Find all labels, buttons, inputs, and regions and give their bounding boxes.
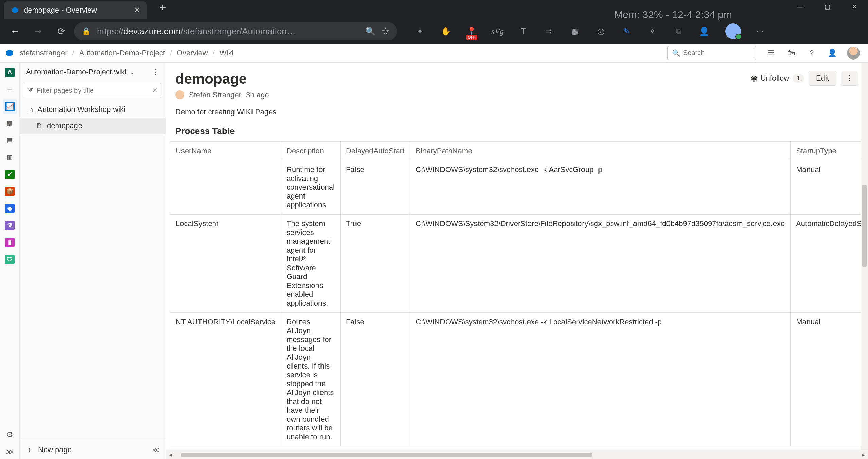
shopping-bag-icon[interactable]: 🛍 xyxy=(786,48,797,58)
clear-filter-icon[interactable]: ✕ xyxy=(152,86,158,95)
tree-item-label: Automation Workshop wiki xyxy=(37,105,125,114)
nav-repos[interactable]: ▤ xyxy=(3,133,17,148)
filter-box[interactable]: ⧩ ✕ xyxy=(24,83,161,98)
breadcrumb-separator: / xyxy=(213,49,215,57)
page-meta: Stefan Stranger 3h ago xyxy=(166,90,868,104)
collections-icon[interactable]: ✧ xyxy=(646,24,659,38)
nav-boards[interactable]: ▦ xyxy=(3,116,17,131)
extension-icon[interactable]: ◎ xyxy=(594,24,608,38)
address-bar[interactable]: 🔒 https://dev.azure.com/stefanstranger/A… xyxy=(74,22,397,40)
azure-devops-app: stefanstranger / Automation-Demo-Project… xyxy=(0,44,868,459)
tree-item-root[interactable]: ⌂ Automation Workshop wiki xyxy=(20,101,166,118)
more-menu-icon[interactable]: ⋯ xyxy=(753,24,767,38)
search-icon: 🔍 xyxy=(672,49,680,57)
maximize-button[interactable]: ▢ xyxy=(814,0,841,14)
scroll-track[interactable] xyxy=(175,453,859,457)
breadcrumb-separator: / xyxy=(170,49,172,57)
vertical-nav: A ＋ 📈 ▦ ▤ ▥ ✔ 📦 ◆ ⚗ ▮ 🛡 ⚙ ≫ xyxy=(0,63,20,459)
search-input[interactable] xyxy=(683,49,751,57)
extension-icon[interactable]: ✦ xyxy=(413,24,427,38)
adblock-icon[interactable]: ✋ xyxy=(439,24,453,38)
cell-startup: AutomaticDelayedStart xyxy=(791,215,868,313)
browser-tab[interactable]: demopage - Overview ✕ xyxy=(4,1,147,19)
tab-strip: demopage - Overview ✕ ＋ Mem: 32% - 12-4 … xyxy=(0,0,868,19)
wiki-selector[interactable]: Automation-Demo-Project.wiki ⌄ ⋮ xyxy=(20,63,166,82)
home-icon: ⌂ xyxy=(29,106,33,114)
add-to-collection-icon[interactable]: ⧉ xyxy=(672,24,685,38)
breadcrumb-item[interactable]: stefanstranger xyxy=(20,49,68,57)
expand-nav-icon[interactable]: ≫ xyxy=(3,445,17,459)
col-binarypath: BinaryPathName xyxy=(410,142,791,160)
nav-overview[interactable]: 📈 xyxy=(3,99,17,114)
minimize-button[interactable]: — xyxy=(786,0,814,14)
author-avatar xyxy=(175,90,184,99)
azure-devops-logo-icon[interactable] xyxy=(4,48,15,58)
page-header: demopage ◉ Unfollow 1 Edit ⋮ xyxy=(166,63,868,90)
nav-artifacts[interactable]: 📦 xyxy=(3,184,17,199)
close-window-button[interactable]: ✕ xyxy=(841,0,868,14)
cell-description: The system services management agent for… xyxy=(281,215,341,313)
close-tab-icon[interactable]: ✕ xyxy=(134,6,140,15)
forward-button[interactable]: → xyxy=(28,21,48,41)
add-item-button[interactable]: ＋ xyxy=(3,82,17,97)
back-button[interactable]: ← xyxy=(5,21,25,41)
pen-ext-icon[interactable]: ✎ xyxy=(620,24,633,38)
table-row: NT AUTHORITY\LocalServiceRoutes AllJoyn … xyxy=(170,313,868,446)
new-tab-button[interactable]: ＋ xyxy=(154,0,172,16)
project-selector[interactable]: A xyxy=(3,65,17,80)
cell-username: LocalSystem xyxy=(170,215,281,313)
site-search-icon[interactable]: 🔍 xyxy=(365,27,376,36)
chevron-left-icon[interactable]: ≪ xyxy=(152,446,159,454)
topbar-icons: ☰ 🛍 ? 👤 xyxy=(765,47,860,60)
scroll-thumb[interactable] xyxy=(181,453,592,457)
browser-toolbar: ← → ⟳ 🔒 https://dev.azure.com/stefanstra… xyxy=(0,19,868,44)
cell-delayed: True xyxy=(340,215,410,313)
more-options-icon[interactable]: ⋮ xyxy=(151,67,159,77)
page-more-button[interactable]: ⋮ xyxy=(841,71,858,86)
horizontal-scrollbar[interactable]: ◂ ▸ xyxy=(166,450,868,459)
svg-ext-icon[interactable]: sVg xyxy=(491,24,504,38)
favorite-icon[interactable]: ☆ xyxy=(382,26,389,37)
browser-profile-avatar[interactable] xyxy=(725,23,741,39)
extension-off-icon[interactable]: 📍OFF xyxy=(465,24,479,38)
new-page-button[interactable]: ＋ New page ≪ xyxy=(20,440,166,459)
app-topbar: stefanstranger / Automation-Demo-Project… xyxy=(0,44,868,63)
gear-icon[interactable]: ⚙ xyxy=(3,428,17,442)
extension-icon[interactable]: ⇨ xyxy=(542,24,556,38)
breadcrumb-item[interactable]: Overview xyxy=(177,49,208,57)
scroll-left-icon[interactable]: ◂ xyxy=(166,452,175,458)
tree-item-demopage[interactable]: 🗎 demopage xyxy=(20,118,166,134)
profile-ext-icon[interactable]: 👤 xyxy=(697,24,711,38)
filter-input[interactable] xyxy=(37,87,149,95)
user-settings-icon[interactable]: 👤 xyxy=(827,48,837,58)
unfollow-button[interactable]: ◉ Unfollow 1 xyxy=(751,74,804,83)
breadcrumb-item[interactable]: Automation-Demo-Project xyxy=(79,49,165,57)
nav-pipelines[interactable]: ▥ xyxy=(3,150,17,165)
breadcrumb-item[interactable]: Wiki xyxy=(220,49,234,57)
scroll-right-icon[interactable]: ▸ xyxy=(859,452,868,458)
nav-extension[interactable]: ⚗ xyxy=(3,218,17,233)
section-heading: Process Table xyxy=(166,123,868,141)
help-icon[interactable]: ? xyxy=(806,48,817,58)
vertical-scrollbar[interactable] xyxy=(861,63,868,450)
nav-extension[interactable]: ◆ xyxy=(3,201,17,216)
devops-icon xyxy=(11,6,19,14)
extension-icon[interactable]: ▦ xyxy=(568,24,582,38)
process-table-wrapper[interactable]: UserName Description DelayedAutoStart Bi… xyxy=(170,141,868,450)
user-avatar[interactable] xyxy=(847,47,860,60)
filter-icon: ⧩ xyxy=(28,87,33,95)
nav-extension[interactable]: 🛡 xyxy=(3,252,17,267)
col-username: UserName xyxy=(170,142,281,160)
tesla-ext-icon[interactable]: T xyxy=(517,24,530,38)
lock-icon: 🔒 xyxy=(82,27,91,36)
wiki-sidebar: Automation-Demo-Project.wiki ⌄ ⋮ ⧩ ✕ ⌂ A… xyxy=(20,63,166,459)
page-tree: ⌂ Automation Workshop wiki 🗎 demopage xyxy=(20,101,166,440)
nav-test-plans[interactable]: ✔ xyxy=(3,167,17,182)
table-header-row: UserName Description DelayedAutoStart Bi… xyxy=(170,142,868,160)
list-icon[interactable]: ☰ xyxy=(765,48,776,58)
search-box[interactable]: 🔍 xyxy=(667,46,756,60)
reload-button[interactable]: ⟳ xyxy=(51,21,71,41)
edit-button[interactable]: Edit xyxy=(809,71,836,86)
vertical-scroll-thumb[interactable] xyxy=(862,185,867,267)
nav-extension[interactable]: ▮ xyxy=(3,235,17,250)
